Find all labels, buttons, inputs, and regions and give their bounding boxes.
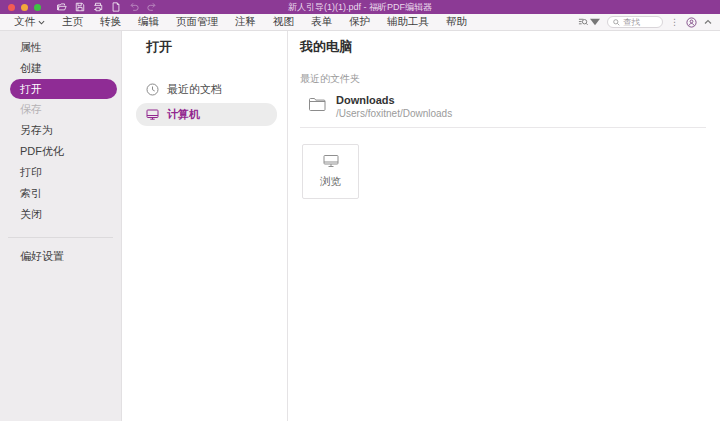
my-computer-panel: 我的电脑 最近的文件夹 Downloads /Users/foxitnet/Do… <box>288 31 720 421</box>
minimize-window-button[interactable] <box>21 4 28 11</box>
open-locations-list: 最近的文档 计算机 <box>122 78 287 126</box>
open-item-label: 计算机 <box>167 107 200 122</box>
open-item-recent-documents[interactable]: 最近的文档 <box>136 78 277 101</box>
sidebar-item-create[interactable]: 创建 <box>0 58 121 79</box>
menu-home[interactable]: 主页 <box>62 15 83 29</box>
sidebar-divider <box>8 237 113 238</box>
open-folder-icon[interactable] <box>57 2 67 12</box>
open-item-computer[interactable]: 计算机 <box>136 103 277 126</box>
chevron-down-icon <box>38 20 45 25</box>
magnifier-icon <box>613 19 620 26</box>
new-document-icon[interactable] <box>111 2 121 12</box>
menu-items: 文件 主页 转换 编辑 页面管理 注释 视图 表单 保护 辅助工具 帮助 <box>14 15 467 29</box>
menu-page-organize[interactable]: 页面管理 <box>176 15 218 29</box>
sidebar-item-print[interactable]: 打印 <box>0 162 121 183</box>
quick-access-toolbar <box>57 2 157 12</box>
recent-folders-label: 最近的文件夹 <box>300 72 706 86</box>
sidebar-item-index[interactable]: 索引 <box>0 183 121 204</box>
menu-edit[interactable]: 编辑 <box>138 15 159 29</box>
open-panel: 打开 最近的文档 计算机 <box>122 31 288 421</box>
sidebar-item-open[interactable]: 打开 <box>10 79 117 99</box>
computer-icon <box>146 108 159 121</box>
vertical-ellipsis-icon[interactable]: ⋮ <box>670 18 679 27</box>
print-icon[interactable] <box>93 2 103 12</box>
close-window-button[interactable] <box>8 4 15 11</box>
folder-path: /Users/foxitnet/Downloads <box>336 108 452 119</box>
menu-form[interactable]: 表单 <box>311 15 332 29</box>
open-panel-title: 打开 <box>122 40 287 54</box>
monitor-icon <box>323 154 339 168</box>
traffic-lights <box>8 4 41 11</box>
redo-icon <box>147 2 157 12</box>
menu-bar: 文件 主页 转换 编辑 页面管理 注释 视图 表单 保护 辅助工具 帮助 ⋮ <box>0 14 720 31</box>
open-item-label: 最近的文档 <box>167 82 222 97</box>
backstage-view: 属性 创建 打开 保存 另存为 PDF优化 打印 索引 关闭 偏好设置 打开 最… <box>0 31 720 421</box>
search-input[interactable] <box>623 17 657 27</box>
menu-file-label: 文件 <box>14 15 35 29</box>
menubar-right-tools: ⋮ <box>578 16 712 28</box>
folder-icon <box>308 96 326 112</box>
sidebar-item-preferences[interactable]: 偏好设置 <box>0 246 121 267</box>
sidebar-item-pdf-optimize[interactable]: PDF优化 <box>0 141 121 162</box>
sidebar-item-save: 保存 <box>0 99 121 120</box>
sidebar-item-close[interactable]: 关闭 <box>0 204 121 225</box>
menu-accessibility[interactable]: 辅助工具 <box>387 15 429 29</box>
sidebar-item-properties[interactable]: 属性 <box>0 37 121 58</box>
browse-button[interactable]: 浏览 <box>302 144 359 199</box>
undo-icon <box>129 2 139 12</box>
clock-icon <box>146 83 159 96</box>
zoom-window-button[interactable] <box>34 4 41 11</box>
save-icon[interactable] <box>75 2 85 12</box>
menu-convert[interactable]: 转换 <box>100 15 121 29</box>
menu-help[interactable]: 帮助 <box>446 15 467 29</box>
user-avatar-icon[interactable] <box>686 17 697 28</box>
menu-comment[interactable]: 注释 <box>235 15 256 29</box>
recent-folder-row-downloads[interactable]: Downloads /Users/foxitnet/Downloads <box>300 92 706 128</box>
title-bar: 新人引导(1)(1).pdf - 福昕PDF编辑器 <box>0 0 720 14</box>
menu-file[interactable]: 文件 <box>14 15 45 29</box>
folder-name: Downloads <box>336 94 452 106</box>
sidebar-item-save-as[interactable]: 另存为 <box>0 120 121 141</box>
menu-protect[interactable]: 保护 <box>349 15 370 29</box>
find-options-icon[interactable] <box>578 17 600 27</box>
find-search-field[interactable] <box>607 16 663 28</box>
folder-info: Downloads /Users/foxitnet/Downloads <box>336 94 452 119</box>
file-menu-sidebar: 属性 创建 打开 保存 另存为 PDF优化 打印 索引 关闭 偏好设置 <box>0 31 122 421</box>
browse-label: 浏览 <box>320 175 341 189</box>
menu-view[interactable]: 视图 <box>273 15 294 29</box>
chevron-up-icon[interactable] <box>704 18 712 26</box>
computer-panel-title: 我的电脑 <box>300 40 706 54</box>
